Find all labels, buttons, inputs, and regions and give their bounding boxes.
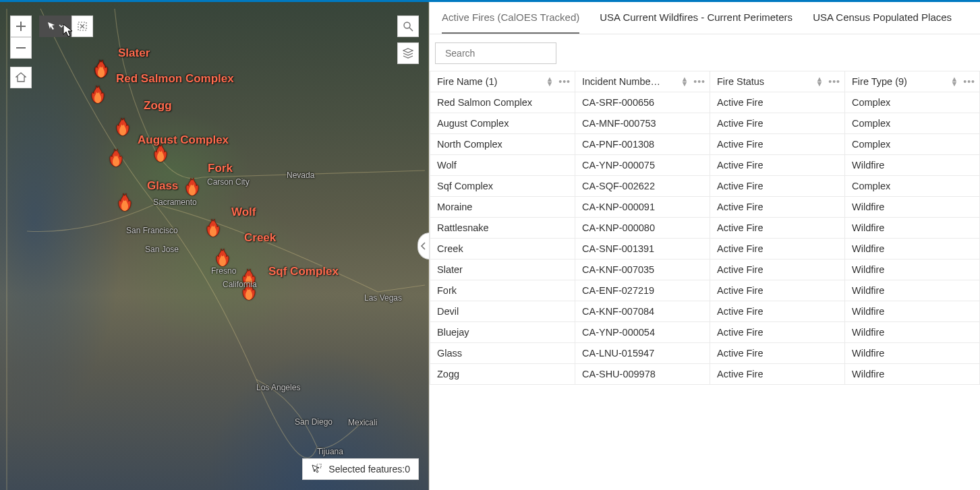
app-root: SlaterRed Salmon ComplexZoggAugust Compl… [0,0,980,490]
column-menu-icon[interactable]: ••• [963,76,975,87]
sort-icon[interactable]: ▲▼ [546,77,553,86]
place-label: San Diego [295,417,333,427]
fire-marker[interactable] [107,149,123,168]
column-menu-icon[interactable]: ••• [828,76,840,87]
cell-status: Active Fire [710,259,845,280]
attribute-table[interactable]: Fire Name (1)▲▼•••Incident Numbe…▲▼•••Fi… [430,71,980,490]
fire-marker[interactable] [151,144,167,163]
zoom-out-button[interactable] [10,37,32,59]
fire-label: Zogg [144,99,172,113]
tab-2[interactable]: USA Census Populated Places [813,2,952,34]
flame-icon [115,193,132,212]
flame-icon [239,282,256,301]
collapse-panel-button[interactable] [417,233,429,259]
cell-inc: CA-MNF-000753 [575,113,710,134]
table-row[interactable]: August ComplexCA-MNF-000753Active FireCo… [430,113,980,134]
place-label: Sacramento [153,197,197,207]
table-row[interactable]: ZoggCA-SHU-009978Active FireWildfire [430,364,980,385]
map-pane[interactable]: SlaterRed Salmon ComplexZoggAugust Compl… [0,2,429,490]
sort-icon[interactable]: ▲▼ [950,77,958,86]
column-header-name[interactable]: Fire Name (1)▲▼••• [430,71,575,92]
search-row [430,34,980,71]
place-label: Fresno [211,266,236,276]
table-row[interactable]: RattlesnakeCA-KNP-000080Active FireWildf… [430,218,980,239]
cell-inc: CA-KNF-007084 [575,301,710,322]
table-body: Red Salmon ComplexCA-SRF-000656Active Fi… [430,92,980,385]
cell-inc: CA-SRF-000656 [575,92,710,113]
caret-down-icon [59,24,64,29]
cell-type: Complex [845,113,980,134]
cell-type: Wildfire [845,301,980,322]
table-row[interactable]: Sqf ComplexCA-SQF-002622Active FireCompl… [430,176,980,197]
cell-inc: CA-YNP-000054 [575,322,710,343]
cell-type: Complex [845,92,980,113]
cell-status: Active Fire [710,92,845,113]
deselect-icon [77,21,88,32]
table-row[interactable]: GlassCA-LNU-015947Active FireWildfire [430,343,980,364]
cell-name: Red Salmon Complex [430,92,575,113]
flame-icon [213,249,229,268]
cell-type: Wildfire [845,280,980,301]
zoom-in-button[interactable] [10,16,32,37]
layers-button[interactable] [397,42,419,64]
cell-inc: CA-SNF-001391 [575,239,710,259]
layer-tabs: Active Fires (CalOES Tracked)USA Current… [430,2,980,34]
selected-features-bar[interactable]: Selected features:0 [302,458,419,480]
place-label: Mexicali [348,418,377,427]
fire-marker[interactable] [239,282,256,301]
table-search-input[interactable] [445,48,563,59]
cell-status: Active Fire [710,322,845,343]
rectangle-select-button[interactable] [39,16,71,37]
fire-marker[interactable] [183,178,199,197]
sort-icon[interactable]: ▲▼ [815,77,823,86]
table-row[interactable]: DevilCA-KNF-007084Active FireWildfire [430,301,980,322]
cell-name: Rattlesnake [430,218,575,239]
cell-name: Devil [430,301,575,322]
tab-0[interactable]: Active Fires (CalOES Tracked) [442,2,579,34]
place-label: Nevada [287,171,314,180]
cell-name: Bluejay [430,322,575,343]
chevron-left-icon [420,242,427,250]
cell-status: Active Fire [710,134,845,155]
table-row[interactable]: ForkCA-ENF-027219Active FireWildfire [430,280,980,301]
column-menu-icon[interactable]: ••• [693,76,705,87]
selection-tool-group [39,16,93,37]
table-row[interactable]: North ComplexCA-PNF-001308Active FireCom… [430,134,980,155]
home-button[interactable] [10,67,32,88]
cell-type: Wildfire [845,239,980,259]
cell-type: Wildfire [845,218,980,239]
home-icon [16,72,26,83]
table-row[interactable]: WolfCA-YNP-000075Active FireWildfire [430,155,980,176]
cell-type: Complex [845,176,980,197]
cell-status: Active Fire [710,197,845,218]
table-row[interactable]: BluejayCA-YNP-000054Active FireWildfire [430,322,980,343]
table-row[interactable]: Red Salmon ComplexCA-SRF-000656Active Fi… [430,92,980,113]
flame-icon [151,144,167,163]
sort-icon[interactable]: ▲▼ [681,77,688,86]
place-label: Los Angeles [256,383,300,392]
fire-marker[interactable] [113,118,129,137]
fire-marker[interactable] [204,219,220,238]
table-row[interactable]: CreekCA-SNF-001391Active FireWildfire [430,239,980,259]
cell-name: Fork [430,280,575,301]
fire-marker[interactable] [115,193,132,212]
tab-1[interactable]: USA Current Wildfires - Current Perimete… [600,2,792,34]
table-search-box[interactable] [435,42,556,64]
column-header-status[interactable]: Fire Status▲▼••• [710,71,845,92]
column-menu-icon[interactable]: ••• [558,76,571,87]
cell-inc: CA-KNP-000080 [575,218,710,239]
table-row[interactable]: MoraineCA-KNP-000091Active FireWildfire [430,197,980,218]
table-row[interactable]: SlaterCA-KNF-007035Active FireWildfire [430,259,980,280]
cell-status: Active Fire [710,301,845,322]
fire-marker[interactable] [88,86,105,104]
fire-marker[interactable] [92,60,108,79]
selected-features-label: Selected features:0 [328,464,410,474]
map-search-button[interactable] [397,16,419,37]
cell-status: Active Fire [710,280,845,301]
table-header-row: Fire Name (1)▲▼•••Incident Numbe…▲▼•••Fi… [430,71,980,92]
column-header-type[interactable]: Fire Type (9)▲▼••• [845,71,980,92]
column-header-inc[interactable]: Incident Numbe…▲▼••• [575,71,710,92]
fire-marker[interactable] [213,249,229,268]
clear-selection-button[interactable] [71,16,93,37]
cell-status: Active Fire [710,218,845,239]
